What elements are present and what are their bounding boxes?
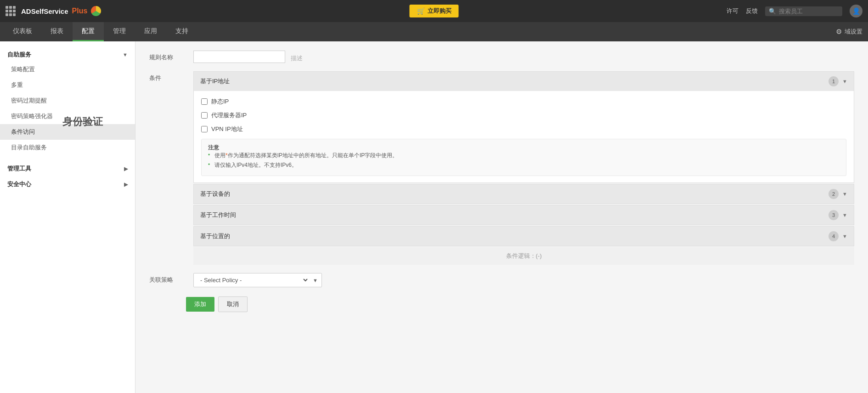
condition-row: 条件 基于IP地址 1 ▼ 静态IP bbox=[149, 71, 854, 265]
main-content: 规则名称 描述 条件 基于IP地址 1 ▼ bbox=[135, 41, 868, 393]
logo-text: ADSelfService bbox=[21, 7, 68, 15]
accordion-ip-title: 基于IP地址 bbox=[200, 77, 230, 85]
accordion-device: 基于设备的 2 ▼ bbox=[193, 184, 854, 204]
domain-settings-button[interactable]: ⚙ 域设置 bbox=[836, 28, 862, 36]
inline-fields: 描述 bbox=[193, 51, 854, 63]
cancel-button[interactable]: 取消 bbox=[218, 296, 248, 312]
accordion-hours: 基于工作时间 3 ▼ bbox=[193, 205, 854, 225]
accordion-location-header[interactable]: 基于位置的 4 ▼ bbox=[194, 227, 854, 246]
note-label: 注意 bbox=[208, 144, 219, 152]
accordion-device-header[interactable]: 基于设备的 2 ▼ bbox=[194, 184, 854, 204]
static-ip-label: 静态IP bbox=[211, 97, 229, 106]
sidebar-section-security: 安全中心 ▶ bbox=[0, 176, 135, 191]
sidebar-item-policy-config[interactable]: 策略配置 bbox=[0, 62, 135, 77]
sidebar-item-directory[interactable]: 目录自助服务 bbox=[0, 140, 135, 155]
accordion-hours-header[interactable]: 基于工作时间 3 ▼ bbox=[194, 205, 854, 225]
policy-control-area: - Select Policy - ▼ bbox=[193, 273, 854, 287]
condition-label: 条件 bbox=[149, 71, 186, 82]
logo: ADSelfService Plus bbox=[6, 6, 101, 16]
accordion-ip-badge: 1 bbox=[829, 76, 839, 86]
accordion-device-title: 基于设备的 bbox=[200, 190, 230, 198]
note-list: 使用*作为通配符选择某类IP地址中的所有地址。只能在单个IP字段中使用。 请仅输… bbox=[208, 152, 840, 169]
search-input[interactable] bbox=[779, 8, 839, 15]
vpn-ip-checkbox[interactable] bbox=[201, 126, 208, 132]
proxy-ip-label: 代理服务器IP bbox=[211, 111, 247, 120]
accordion-ip-right: 1 ▼ bbox=[829, 76, 847, 86]
nav-bar: 仪表板 报表 配置 管理 应用 支持 ⚙ 域设置 bbox=[0, 22, 868, 41]
nav-right: ⚙ 域设置 bbox=[836, 22, 868, 41]
search-icon: 🔍 bbox=[769, 8, 776, 15]
accordion-ip-body: 静态IP 代理服务器IP VPN IP地址 注意 bbox=[194, 91, 854, 182]
sidebar-section-title-security: 安全中心 bbox=[7, 180, 31, 188]
nav-item-manage[interactable]: 管理 bbox=[104, 22, 135, 41]
rule-name-area: 描述 bbox=[193, 51, 854, 63]
accordion-ip: 基于IP地址 1 ▼ 静态IP 代理服务器IP bbox=[193, 71, 854, 183]
accordion-ip-header[interactable]: 基于IP地址 1 ▼ bbox=[194, 72, 854, 91]
checkbox-vpn-ip: VPN IP地址 bbox=[201, 125, 846, 133]
associated-policy-row: 关联策略 - Select Policy - ▼ bbox=[149, 273, 854, 287]
select-policy-arrow: ▼ bbox=[309, 278, 321, 283]
note-item-2: 请仅输入IPv4地址。不支持IPv6。 bbox=[208, 161, 840, 169]
nav-item-config[interactable]: 配置 bbox=[73, 22, 104, 41]
domain-settings-label: 域设置 bbox=[845, 28, 862, 36]
rule-name-input[interactable] bbox=[193, 51, 285, 63]
accordion-device-badge: 2 bbox=[829, 189, 839, 199]
add-button[interactable]: 添加 bbox=[186, 297, 214, 312]
sidebar-big-title: 身份验证 bbox=[55, 101, 110, 133]
sidebar-section-selfservice: 自助服务 ▼ bbox=[0, 46, 135, 62]
accordion-device-right: 2 ▼ bbox=[829, 189, 847, 199]
sidebar-expand-arrow[interactable]: ▼ bbox=[123, 52, 128, 57]
description-placeholder: 描述 bbox=[291, 51, 303, 63]
proxy-ip-checkbox[interactable] bbox=[201, 112, 208, 119]
grid-icon bbox=[6, 6, 16, 16]
nav-item-report[interactable]: 报表 bbox=[41, 22, 73, 41]
accordion-location-chevron: ▼ bbox=[842, 234, 847, 239]
accordion-location-right: 4 ▼ bbox=[829, 231, 847, 241]
accordion-hours-badge: 3 bbox=[829, 210, 839, 220]
gear-icon: ⚙ bbox=[836, 28, 842, 36]
logo-circle bbox=[91, 6, 101, 16]
vpn-ip-label: VPN IP地址 bbox=[211, 125, 243, 133]
nav-item-dashboard[interactable]: 仪表板 bbox=[4, 22, 41, 41]
accordion-hours-chevron: ▼ bbox=[842, 212, 847, 218]
layout: 自助服务 ▼ 策略配置 多重 密码过期提醒 密码策略强化器 条件访问 目录自助服… bbox=[0, 41, 868, 393]
sidebar: 自助服务 ▼ 策略配置 多重 密码过期提醒 密码策略强化器 条件访问 目录自助服… bbox=[0, 41, 135, 393]
rule-name-label: 规则名称 bbox=[149, 51, 186, 62]
accordion-location: 基于位置的 4 ▼ bbox=[193, 226, 854, 246]
checkbox-proxy-ip: 代理服务器IP bbox=[201, 111, 846, 120]
select-policy-wrapper: - Select Policy - ▼ bbox=[193, 273, 322, 287]
sidebar-security-arrow[interactable]: ▶ bbox=[124, 182, 128, 188]
checkbox-static-ip: 静态IP bbox=[201, 97, 846, 106]
accordion-device-chevron: ▼ bbox=[842, 191, 847, 197]
accordion-hours-title: 基于工作时间 bbox=[200, 211, 236, 219]
search-box: 🔍 bbox=[765, 6, 842, 16]
btn-row: 添加 取消 bbox=[149, 296, 854, 312]
logo-plus: Plus bbox=[72, 7, 88, 15]
note-box: 注意 使用*作为通配符选择某类IP地址中的所有地址。只能在单个IP字段中使用。 … bbox=[201, 139, 846, 176]
accordion-location-badge: 4 bbox=[829, 231, 839, 241]
highlight-asterisk: * bbox=[225, 152, 228, 159]
avatar[interactable]: 👤 bbox=[850, 5, 862, 17]
license-link[interactable]: 许可 bbox=[727, 7, 738, 15]
sidebar-section-title-selfservice: 自助服务 bbox=[7, 51, 31, 59]
top-bar-right: 许可 反馈 🔍 👤 bbox=[727, 5, 862, 17]
accordion-location-title: 基于位置的 bbox=[200, 232, 230, 240]
sidebar-section-title-admin: 管理工具 bbox=[7, 165, 31, 173]
nav-item-support[interactable]: 支持 bbox=[166, 22, 197, 41]
static-ip-checkbox[interactable] bbox=[201, 98, 208, 105]
sidebar-section-admin-tools: 管理工具 ▶ bbox=[0, 160, 135, 176]
feedback-link[interactable]: 反馈 bbox=[746, 7, 758, 15]
note-item-1: 使用*作为通配符选择某类IP地址中的所有地址。只能在单个IP字段中使用。 bbox=[208, 152, 840, 159]
sidebar-admin-arrow[interactable]: ▶ bbox=[124, 166, 128, 172]
sidebar-item-multi[interactable]: 多重 bbox=[0, 77, 135, 93]
associated-policy-label: 关联策略 bbox=[149, 273, 186, 284]
condition-logic: 条件逻辑：(-) bbox=[193, 247, 854, 265]
nav-item-app[interactable]: 应用 bbox=[135, 22, 166, 41]
buy-label: 立即购买 bbox=[428, 7, 451, 15]
accordion-ip-chevron: ▼ bbox=[842, 79, 847, 84]
buy-button[interactable]: 🛒 立即购买 bbox=[410, 5, 459, 17]
top-bar: ADSelfService Plus 🛒 立即购买 许可 反馈 🔍 👤 bbox=[0, 0, 868, 22]
rule-name-row: 规则名称 描述 bbox=[149, 51, 854, 63]
cart-icon: 🛒 bbox=[417, 7, 425, 15]
select-policy-dropdown[interactable]: - Select Policy - bbox=[194, 273, 309, 287]
